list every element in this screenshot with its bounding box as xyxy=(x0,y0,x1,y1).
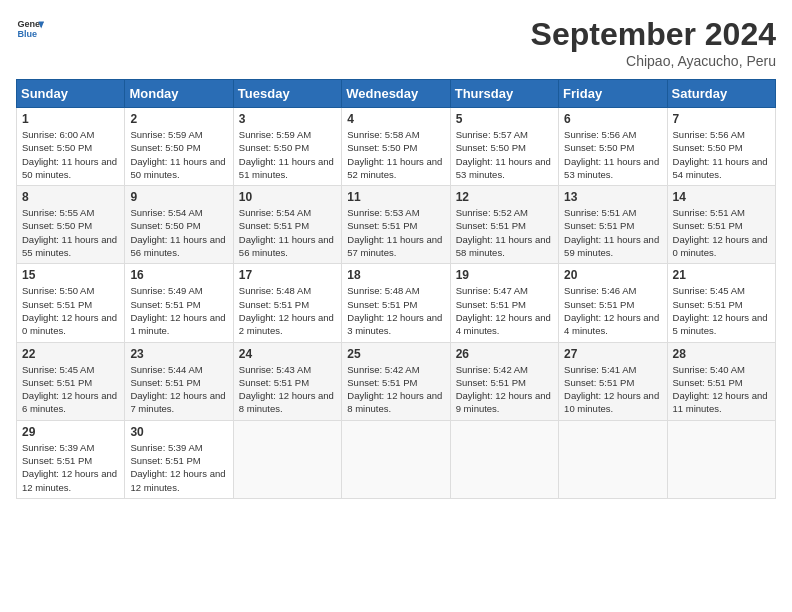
day-number: 4 xyxy=(347,112,444,126)
calendar-day-cell: 21 Sunrise: 5:45 AM Sunset: 5:51 PM Dayl… xyxy=(667,264,775,342)
day-info: Sunrise: 5:39 AM Sunset: 5:51 PM Dayligh… xyxy=(22,441,119,494)
calendar-table: SundayMondayTuesdayWednesdayThursdayFrid… xyxy=(16,79,776,499)
calendar-day-cell xyxy=(233,420,341,498)
day-info: Sunrise: 5:45 AM Sunset: 5:51 PM Dayligh… xyxy=(22,363,119,416)
day-number: 21 xyxy=(673,268,770,282)
day-number: 10 xyxy=(239,190,336,204)
day-info: Sunrise: 5:59 AM Sunset: 5:50 PM Dayligh… xyxy=(239,128,336,181)
day-info: Sunrise: 5:50 AM Sunset: 5:51 PM Dayligh… xyxy=(22,284,119,337)
calendar-day-cell: 23 Sunrise: 5:44 AM Sunset: 5:51 PM Dayl… xyxy=(125,342,233,420)
day-number: 20 xyxy=(564,268,661,282)
calendar-day-cell: 16 Sunrise: 5:49 AM Sunset: 5:51 PM Dayl… xyxy=(125,264,233,342)
calendar-week-row: 22 Sunrise: 5:45 AM Sunset: 5:51 PM Dayl… xyxy=(17,342,776,420)
day-number: 16 xyxy=(130,268,227,282)
day-info: Sunrise: 5:51 AM Sunset: 5:51 PM Dayligh… xyxy=(673,206,770,259)
day-number: 25 xyxy=(347,347,444,361)
day-info: Sunrise: 5:51 AM Sunset: 5:51 PM Dayligh… xyxy=(564,206,661,259)
calendar-day-cell: 24 Sunrise: 5:43 AM Sunset: 5:51 PM Dayl… xyxy=(233,342,341,420)
day-number: 9 xyxy=(130,190,227,204)
day-number: 7 xyxy=(673,112,770,126)
calendar-day-cell: 20 Sunrise: 5:46 AM Sunset: 5:51 PM Dayl… xyxy=(559,264,667,342)
day-info: Sunrise: 5:52 AM Sunset: 5:51 PM Dayligh… xyxy=(456,206,553,259)
weekday-header: Monday xyxy=(125,80,233,108)
day-info: Sunrise: 5:45 AM Sunset: 5:51 PM Dayligh… xyxy=(673,284,770,337)
calendar-day-cell: 10 Sunrise: 5:54 AM Sunset: 5:51 PM Dayl… xyxy=(233,186,341,264)
day-number: 11 xyxy=(347,190,444,204)
calendar-day-cell xyxy=(342,420,450,498)
calendar-day-cell: 11 Sunrise: 5:53 AM Sunset: 5:51 PM Dayl… xyxy=(342,186,450,264)
day-number: 13 xyxy=(564,190,661,204)
day-number: 18 xyxy=(347,268,444,282)
day-info: Sunrise: 5:49 AM Sunset: 5:51 PM Dayligh… xyxy=(130,284,227,337)
day-number: 6 xyxy=(564,112,661,126)
day-info: Sunrise: 5:54 AM Sunset: 5:51 PM Dayligh… xyxy=(239,206,336,259)
day-info: Sunrise: 5:42 AM Sunset: 5:51 PM Dayligh… xyxy=(456,363,553,416)
location-subtitle: Chipao, Ayacucho, Peru xyxy=(531,53,776,69)
calendar-day-cell: 28 Sunrise: 5:40 AM Sunset: 5:51 PM Dayl… xyxy=(667,342,775,420)
calendar-week-row: 15 Sunrise: 5:50 AM Sunset: 5:51 PM Dayl… xyxy=(17,264,776,342)
day-info: Sunrise: 5:42 AM Sunset: 5:51 PM Dayligh… xyxy=(347,363,444,416)
day-info: Sunrise: 5:54 AM Sunset: 5:50 PM Dayligh… xyxy=(130,206,227,259)
day-number: 27 xyxy=(564,347,661,361)
day-number: 12 xyxy=(456,190,553,204)
calendar-day-cell: 7 Sunrise: 5:56 AM Sunset: 5:50 PM Dayli… xyxy=(667,108,775,186)
day-number: 1 xyxy=(22,112,119,126)
day-number: 2 xyxy=(130,112,227,126)
day-info: Sunrise: 5:46 AM Sunset: 5:51 PM Dayligh… xyxy=(564,284,661,337)
day-info: Sunrise: 5:53 AM Sunset: 5:51 PM Dayligh… xyxy=(347,206,444,259)
calendar-day-cell xyxy=(450,420,558,498)
month-title: September 2024 xyxy=(531,16,776,53)
day-info: Sunrise: 5:48 AM Sunset: 5:51 PM Dayligh… xyxy=(239,284,336,337)
calendar-day-cell: 30 Sunrise: 5:39 AM Sunset: 5:51 PM Dayl… xyxy=(125,420,233,498)
day-info: Sunrise: 5:56 AM Sunset: 5:50 PM Dayligh… xyxy=(564,128,661,181)
weekday-header: Tuesday xyxy=(233,80,341,108)
calendar-header-row: SundayMondayTuesdayWednesdayThursdayFrid… xyxy=(17,80,776,108)
day-info: Sunrise: 5:59 AM Sunset: 5:50 PM Dayligh… xyxy=(130,128,227,181)
calendar-day-cell: 4 Sunrise: 5:58 AM Sunset: 5:50 PM Dayli… xyxy=(342,108,450,186)
day-info: Sunrise: 5:47 AM Sunset: 5:51 PM Dayligh… xyxy=(456,284,553,337)
day-info: Sunrise: 5:40 AM Sunset: 5:51 PM Dayligh… xyxy=(673,363,770,416)
calendar-day-cell: 2 Sunrise: 5:59 AM Sunset: 5:50 PM Dayli… xyxy=(125,108,233,186)
calendar-week-row: 8 Sunrise: 5:55 AM Sunset: 5:50 PM Dayli… xyxy=(17,186,776,264)
calendar-day-cell: 3 Sunrise: 5:59 AM Sunset: 5:50 PM Dayli… xyxy=(233,108,341,186)
calendar-day-cell: 18 Sunrise: 5:48 AM Sunset: 5:51 PM Dayl… xyxy=(342,264,450,342)
svg-text:Blue: Blue xyxy=(17,29,37,39)
day-number: 30 xyxy=(130,425,227,439)
day-info: Sunrise: 5:39 AM Sunset: 5:51 PM Dayligh… xyxy=(130,441,227,494)
calendar-day-cell: 9 Sunrise: 5:54 AM Sunset: 5:50 PM Dayli… xyxy=(125,186,233,264)
calendar-day-cell xyxy=(559,420,667,498)
day-number: 8 xyxy=(22,190,119,204)
day-number: 28 xyxy=(673,347,770,361)
calendar-week-row: 1 Sunrise: 6:00 AM Sunset: 5:50 PM Dayli… xyxy=(17,108,776,186)
calendar-day-cell xyxy=(667,420,775,498)
calendar-day-cell: 27 Sunrise: 5:41 AM Sunset: 5:51 PM Dayl… xyxy=(559,342,667,420)
day-number: 22 xyxy=(22,347,119,361)
day-number: 29 xyxy=(22,425,119,439)
day-info: Sunrise: 5:43 AM Sunset: 5:51 PM Dayligh… xyxy=(239,363,336,416)
calendar-day-cell: 14 Sunrise: 5:51 AM Sunset: 5:51 PM Dayl… xyxy=(667,186,775,264)
calendar-day-cell: 26 Sunrise: 5:42 AM Sunset: 5:51 PM Dayl… xyxy=(450,342,558,420)
calendar-day-cell: 29 Sunrise: 5:39 AM Sunset: 5:51 PM Dayl… xyxy=(17,420,125,498)
calendar-day-cell: 1 Sunrise: 6:00 AM Sunset: 5:50 PM Dayli… xyxy=(17,108,125,186)
day-number: 5 xyxy=(456,112,553,126)
day-info: Sunrise: 5:48 AM Sunset: 5:51 PM Dayligh… xyxy=(347,284,444,337)
day-number: 24 xyxy=(239,347,336,361)
day-number: 26 xyxy=(456,347,553,361)
weekday-header: Sunday xyxy=(17,80,125,108)
calendar-day-cell: 22 Sunrise: 5:45 AM Sunset: 5:51 PM Dayl… xyxy=(17,342,125,420)
calendar-day-cell: 13 Sunrise: 5:51 AM Sunset: 5:51 PM Dayl… xyxy=(559,186,667,264)
day-number: 19 xyxy=(456,268,553,282)
day-info: Sunrise: 5:55 AM Sunset: 5:50 PM Dayligh… xyxy=(22,206,119,259)
day-info: Sunrise: 5:41 AM Sunset: 5:51 PM Dayligh… xyxy=(564,363,661,416)
day-info: Sunrise: 5:58 AM Sunset: 5:50 PM Dayligh… xyxy=(347,128,444,181)
calendar-day-cell: 25 Sunrise: 5:42 AM Sunset: 5:51 PM Dayl… xyxy=(342,342,450,420)
title-area: September 2024 Chipao, Ayacucho, Peru xyxy=(531,16,776,69)
day-number: 14 xyxy=(673,190,770,204)
calendar-day-cell: 19 Sunrise: 5:47 AM Sunset: 5:51 PM Dayl… xyxy=(450,264,558,342)
calendar-day-cell: 12 Sunrise: 5:52 AM Sunset: 5:51 PM Dayl… xyxy=(450,186,558,264)
weekday-header: Saturday xyxy=(667,80,775,108)
day-info: Sunrise: 5:44 AM Sunset: 5:51 PM Dayligh… xyxy=(130,363,227,416)
weekday-header: Friday xyxy=(559,80,667,108)
day-number: 3 xyxy=(239,112,336,126)
day-number: 17 xyxy=(239,268,336,282)
